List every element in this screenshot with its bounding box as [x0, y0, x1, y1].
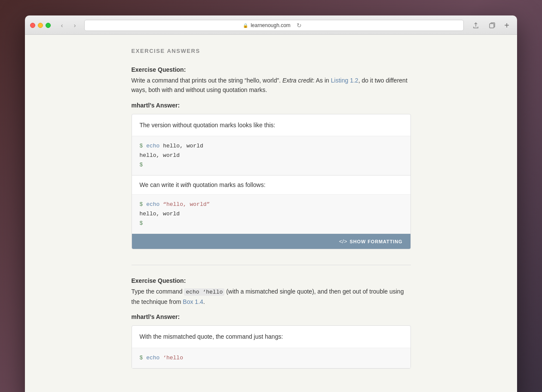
output-line-2: hello, world	[140, 209, 403, 219]
traffic-lights	[30, 23, 51, 28]
end-prompt-1: $	[140, 160, 403, 170]
forward-button[interactable]: ›	[69, 21, 81, 30]
nav-buttons: ‹ ›	[56, 21, 81, 30]
svg-rect-0	[490, 24, 494, 28]
address-bar[interactable]: 🔒 learnenough.com ↻	[84, 20, 464, 31]
exercise-1-question-text: Write a command that prints out the stri…	[132, 76, 411, 95]
cmd-echo-3: echo	[146, 355, 159, 361]
exercise-1-extra-credit-em: Extra credit	[281, 77, 313, 84]
divider	[132, 265, 411, 265]
browser-content: EXERCISE ANSWERS Exercise Question: Writ…	[25, 35, 517, 392]
output-line-1: hello, world	[140, 151, 403, 160]
listing-1-2-link[interactable]: Listing 1.2	[331, 77, 358, 84]
back-button[interactable]: ‹	[56, 21, 68, 30]
show-formatting-label: SHOW FORMATTING	[350, 239, 403, 244]
maximize-button[interactable]	[46, 23, 51, 28]
prompt-3: $	[140, 355, 143, 361]
exercise-2-question-text: Type the command echo ‘hello (with a mis…	[132, 287, 411, 306]
exercise-2-code-line-1: $ echo ‘hello	[140, 353, 403, 363]
exercise-1-extra-credit-text: : As in	[313, 77, 331, 84]
cmd-echo-1: echo	[146, 143, 159, 149]
url-text: learnenough.com	[251, 22, 291, 28]
cmd-args-1: hello, world	[163, 143, 203, 149]
exercise-1-answer-label: mhartl’s Answer:	[132, 102, 411, 109]
exercise-1-answer-intro: The version without quotation marks look…	[132, 114, 410, 136]
code-formatting-icon: </>	[339, 238, 347, 245]
end-prompt-2: $	[140, 219, 403, 228]
exercise-1-code-block-1: $ echo hello, world hello, world $	[132, 136, 410, 175]
exercise-2-answer-label: mhartl’s Answer:	[132, 313, 411, 320]
prompt-1: $	[140, 143, 143, 149]
cmd-string-2: “hello, world”	[163, 201, 210, 208]
minimize-button[interactable]	[38, 23, 43, 28]
share-button[interactable]	[469, 20, 483, 31]
exercise-1-code-block-2: $ echo “hello, world” hello, world $	[132, 194, 410, 234]
exercise-1-question-main: Write a command that prints out the stri…	[132, 77, 281, 84]
exercise-1-between-text: We can write it with quotation marks as …	[132, 175, 410, 194]
prompt-2: $	[140, 201, 143, 208]
windows-button[interactable]	[485, 20, 499, 31]
with-em: with	[181, 181, 191, 188]
exercise-2-answer-box: With the mismatched quote, the command j…	[132, 325, 411, 368]
section-heading: EXERCISE ANSWERS	[132, 48, 411, 54]
box-1-4-link[interactable]: Box 1.4	[183, 298, 203, 305]
exercise-2-after-link: .	[203, 298, 205, 305]
close-button[interactable]	[30, 23, 35, 28]
browser-chrome: ‹ › 🔒 learnenough.com ↻ +	[25, 15, 517, 35]
exercise-2-text-before: Type the command	[132, 288, 184, 295]
code-line-1: $ echo hello, world	[140, 141, 403, 151]
exercise-2-answer-intro: With the mismatched quote, the command j…	[132, 326, 410, 347]
browser-actions: +	[469, 20, 512, 31]
reload-button[interactable]: ↻	[293, 21, 305, 30]
browser-window: ‹ › 🔒 learnenough.com ↻ +	[25, 15, 517, 392]
lock-icon: 🔒	[243, 23, 248, 28]
code-line-2: $ echo “hello, world”	[140, 200, 403, 209]
exercise-1-answer-box: The version without quotation marks look…	[132, 114, 411, 249]
cmd-args-3: ‘hello	[163, 355, 183, 361]
show-formatting-bar[interactable]: </> SHOW FORMATTING	[132, 234, 410, 249]
cmd-echo-2: echo	[146, 201, 159, 208]
new-tab-button[interactable]: +	[502, 20, 512, 31]
exercise-2-block: Exercise Question: Type the command echo…	[132, 277, 411, 369]
exercise-2-code-inline: echo ‘hello	[184, 288, 224, 296]
exercise-2-question-label: Exercise Question:	[132, 277, 411, 284]
page-wrapper: EXERCISE ANSWERS Exercise Question: Writ…	[123, 35, 420, 392]
exercise-2-code-block-1: $ echo ‘hello	[132, 348, 410, 368]
exercise-1-question-label: Exercise Question:	[132, 66, 411, 73]
exercise-1-block: Exercise Question: Write a command that …	[132, 66, 411, 249]
